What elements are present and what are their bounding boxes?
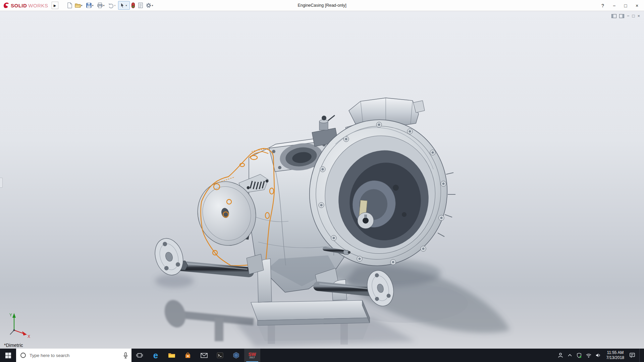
close-button[interactable]: × bbox=[631, 3, 643, 8]
save-button[interactable]: ▾ bbox=[85, 1, 96, 10]
options-gear-icon bbox=[146, 2, 152, 8]
open-dropdown-caret[interactable]: ▾ bbox=[81, 4, 84, 7]
search-input[interactable] bbox=[30, 353, 123, 358]
window-controls: ? − □ × bbox=[597, 0, 643, 11]
terminal-icon bbox=[217, 352, 223, 358]
cortana-icon bbox=[20, 352, 26, 358]
solidworks-app-icon: SW 2017 bbox=[249, 352, 256, 359]
start-button[interactable] bbox=[0, 349, 16, 362]
file-properties-icon bbox=[138, 2, 144, 8]
options-button[interactable]: ▾ bbox=[145, 1, 156, 10]
volume-icon[interactable] bbox=[595, 353, 601, 358]
screen: SOLIDWORKS ▶ ▾ bbox=[0, 0, 644, 362]
action-center-icon[interactable] bbox=[629, 352, 636, 358]
flyout-arrow-icon: ▶ bbox=[54, 4, 56, 7]
hexagon-app-button[interactable] bbox=[228, 349, 244, 362]
taskbar-search[interactable] bbox=[16, 349, 131, 362]
store-icon bbox=[184, 352, 191, 359]
file-properties-button[interactable] bbox=[137, 1, 145, 10]
solidworks-logo: SOLIDWORKS bbox=[0, 2, 52, 9]
microphone-icon[interactable] bbox=[123, 352, 128, 359]
file-explorer-icon bbox=[168, 352, 175, 358]
taskbar: e bbox=[0, 349, 644, 362]
doc-minimize-button[interactable]: − bbox=[627, 14, 630, 18]
undo-button[interactable]: ▾ bbox=[107, 1, 118, 10]
show-desktop-button[interactable] bbox=[639, 349, 641, 362]
rebuild-icon bbox=[131, 2, 136, 8]
task-view-icon bbox=[136, 352, 143, 358]
document-window-controls: − □ × bbox=[611, 14, 640, 18]
minimize-button[interactable]: − bbox=[608, 3, 620, 8]
clock-date: 7/13/2018 bbox=[606, 355, 624, 360]
chevron-up-icon[interactable] bbox=[567, 353, 573, 358]
doc-close-button[interactable]: × bbox=[637, 14, 640, 18]
rebuild-button[interactable] bbox=[130, 1, 137, 10]
document-title: EngineCasing [Read-only] bbox=[298, 0, 346, 11]
brand-works: WORKS bbox=[28, 3, 48, 8]
store-button[interactable] bbox=[180, 349, 196, 362]
open-button[interactable]: ▾ bbox=[74, 1, 85, 10]
file-explorer-button[interactable] bbox=[164, 349, 180, 362]
save-dropdown-caret[interactable]: ▾ bbox=[92, 4, 95, 7]
new-document-icon bbox=[67, 2, 73, 8]
print-dropdown-caret[interactable]: ▾ bbox=[103, 4, 106, 7]
select-tool-button[interactable]: ▾ bbox=[118, 1, 130, 10]
people-icon[interactable] bbox=[557, 352, 564, 358]
triad-x-label: X bbox=[28, 334, 30, 339]
select-arrow-icon bbox=[119, 2, 125, 8]
titlebar: SOLIDWORKS ▶ ▾ bbox=[0, 0, 644, 11]
clock-time: 11:55 AM bbox=[606, 350, 624, 355]
featuremanager-pane-right-button[interactable] bbox=[619, 14, 624, 18]
view-orientation-label: *Dimetric bbox=[4, 343, 23, 348]
undo-icon bbox=[108, 2, 114, 8]
pane-left-icon bbox=[611, 14, 616, 18]
mail-button[interactable] bbox=[196, 349, 212, 362]
menu-flyout-button[interactable]: ▶ bbox=[52, 2, 58, 9]
taskbar-apps: e bbox=[131, 349, 260, 362]
print-button[interactable]: ▾ bbox=[96, 1, 107, 10]
taskbar-clock[interactable]: 11:55 AM 7/13/2018 bbox=[606, 350, 624, 360]
save-icon bbox=[86, 2, 92, 8]
security-shield-icon[interactable] bbox=[576, 353, 582, 358]
hexagon-app-icon bbox=[233, 352, 239, 359]
triad-y-label: Y bbox=[9, 313, 12, 317]
graphics-area[interactable]: − □ × bbox=[0, 11, 644, 349]
maximize-button[interactable]: □ bbox=[620, 3, 631, 8]
new-document-button[interactable] bbox=[66, 1, 74, 10]
brand-solid: SOLID bbox=[11, 3, 27, 8]
help-button[interactable]: ? bbox=[597, 3, 608, 8]
options-dropdown-caret[interactable]: ▾ bbox=[152, 4, 155, 7]
windows-logo-icon bbox=[5, 353, 11, 358]
viewport-canvas[interactable]: Y X bbox=[0, 11, 644, 349]
system-tray: 11:55 AM 7/13/2018 bbox=[557, 349, 644, 362]
orientation-triad: Y X bbox=[9, 313, 30, 339]
pane-right-icon bbox=[619, 14, 624, 18]
print-icon bbox=[97, 2, 103, 8]
ds-logo-icon bbox=[3, 2, 9, 9]
open-folder-icon bbox=[75, 2, 81, 8]
mail-icon bbox=[201, 353, 208, 358]
doc-restore-button[interactable]: □ bbox=[632, 14, 635, 18]
network-wifi-icon[interactable] bbox=[586, 353, 592, 358]
edge-button[interactable]: e bbox=[148, 349, 164, 362]
featuremanager-pane-left-button[interactable] bbox=[611, 14, 616, 18]
stand-base-part[interactable] bbox=[251, 300, 370, 325]
select-dropdown-caret[interactable]: ▾ bbox=[125, 4, 128, 7]
edge-icon: e bbox=[153, 351, 158, 360]
terminal-button[interactable] bbox=[212, 349, 228, 362]
solidworks-taskbar-button[interactable]: SW 2017 bbox=[244, 349, 260, 362]
undo-dropdown-caret[interactable]: ▾ bbox=[114, 4, 117, 7]
task-view-button[interactable] bbox=[131, 349, 148, 362]
